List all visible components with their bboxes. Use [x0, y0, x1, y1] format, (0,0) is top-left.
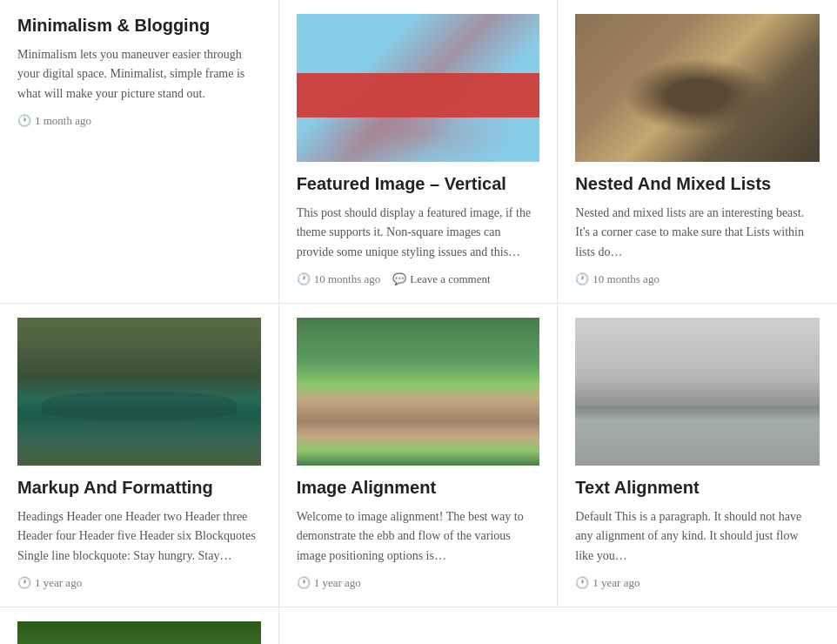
time-text-featured: 10 months ago	[314, 271, 381, 289]
time-text-nested: 10 months ago	[593, 271, 660, 289]
post-image-featured[interactable]	[297, 14, 540, 162]
post-card-minimalism: Minimalism & Blogging Minimalism lets yo…	[0, 0, 279, 304]
post-meta-minimalism: 🕐 1 month ago	[17, 112, 261, 131]
post-title-text-alignment[interactable]: Text Alignment	[575, 476, 820, 499]
time-text-text-alignment: 1 year ago	[593, 574, 639, 593]
post-title-nested-lists[interactable]: Nested And Mixed Lists	[575, 172, 820, 195]
clock-icon-featured: 🕐	[297, 271, 311, 289]
clock-icon-nested: 🕐	[575, 271, 589, 289]
post-meta-image-alignment: 🕐 1 year ago	[297, 574, 540, 593]
post-image-markup[interactable]	[17, 318, 261, 466]
post-time-nested: 🕐 10 months ago	[575, 271, 660, 289]
post-image-cow[interactable]	[17, 621, 261, 644]
post-excerpt-image-alignment: Welcome to image alignment! The best way…	[297, 507, 540, 566]
clock-icon-text-alignment: 🕐	[575, 574, 589, 593]
post-title-image-alignment[interactable]: Image Alignment	[297, 476, 540, 499]
post-time-featured: 🕐 10 months ago	[297, 271, 381, 289]
post-card-cow	[0, 607, 279, 644]
clock-icon-minimalism: 🕐	[17, 112, 31, 131]
comment-link-featured[interactable]: Leave a comment	[410, 271, 490, 289]
time-text-minimalism: 1 month ago	[35, 112, 91, 131]
post-time-minimalism: 🕐 1 month ago	[17, 112, 91, 131]
post-meta-nested-lists: 🕐 10 months ago	[575, 271, 820, 289]
time-text-markup: 1 year ago	[35, 574, 82, 593]
post-title-featured-image[interactable]: Featured Image – Vertical	[297, 172, 540, 195]
post-meta-text-alignment: 🕐 1 year ago	[575, 574, 820, 593]
post-excerpt-minimalism: Minimalism lets you maneuver easier thro…	[17, 45, 261, 104]
post-excerpt-featured-image: This post should display a featured imag…	[297, 204, 540, 262]
post-time-text-alignment: 🕐 1 year ago	[575, 574, 639, 593]
post-time-image-alignment: 🕐 1 year ago	[297, 574, 361, 593]
post-image-text-alignment[interactable]	[575, 318, 820, 466]
post-excerpt-markup: Headings Header one Header two Header th…	[17, 507, 261, 566]
post-card-featured-image: Featured Image – Vertical This post shou…	[279, 0, 559, 304]
clock-icon-markup: 🕐	[17, 574, 31, 593]
post-time-markup: 🕐 1 year ago	[17, 574, 82, 593]
comment-icon-featured: 💬	[392, 271, 406, 289]
time-text-image-alignment: 1 year ago	[314, 574, 361, 593]
post-card-image-alignment: Image Alignment Welcome to image alignme…	[279, 304, 559, 607]
post-image-alignment[interactable]	[297, 318, 540, 466]
clock-icon-image-alignment: 🕐	[297, 574, 311, 593]
posts-grid: Minimalism & Blogging Minimalism lets yo…	[0, 0, 837, 644]
post-comment-featured[interactable]: 💬 Leave a comment	[392, 271, 490, 289]
post-title-minimalism[interactable]: Minimalism & Blogging	[17, 14, 261, 37]
post-meta-markup: 🕐 1 year ago	[17, 574, 261, 593]
post-card-nested-lists: Nested And Mixed Lists Nested and mixed …	[558, 0, 837, 304]
post-card-markup: Markup And Formatting Headings Header on…	[0, 304, 279, 607]
post-image-nested[interactable]	[575, 14, 820, 162]
post-title-markup[interactable]: Markup And Formatting	[17, 476, 261, 499]
post-excerpt-nested-lists: Nested and mixed lists are an interestin…	[575, 204, 820, 262]
post-excerpt-text-alignment: Default This is a paragraph. It should n…	[575, 507, 820, 566]
post-meta-featured-image: 🕐 10 months ago 💬 Leave a comment	[297, 271, 540, 289]
post-card-text-alignment: Text Alignment Default This is a paragra…	[558, 304, 837, 607]
